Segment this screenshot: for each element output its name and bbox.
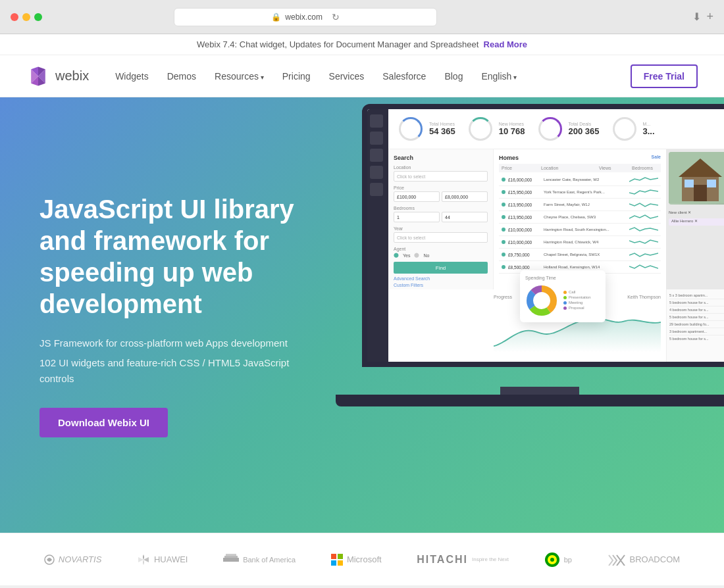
- client-name: Allie Herrero ✕: [669, 218, 724, 226]
- status-dot: [502, 215, 505, 219]
- views-sparkline: [629, 250, 658, 259]
- table-row[interactable]: £13,950,000 Cheyne Place, Chelsea, SW3: [499, 211, 661, 224]
- bedrooms-to-input[interactable]: 44: [442, 212, 488, 222]
- views-sparkline: [629, 237, 658, 247]
- advanced-search-link[interactable]: Advanced Search: [394, 276, 488, 281]
- table-row[interactable]: £10,000,000 Harrington Road, Chiswick, W…: [499, 236, 661, 249]
- views-sparkline: [629, 187, 658, 197]
- fullscreen-button[interactable]: [34, 13, 42, 21]
- agent-label: Agent: [394, 247, 488, 251]
- spending-legend: Call Presentation Meeting: [563, 290, 591, 311]
- microsoft-icon: [331, 554, 343, 566]
- logo-bofa: Bank of America: [223, 554, 296, 566]
- agent-radio-group: ⬤ Yes ⬤ No: [394, 253, 488, 258]
- sidebar-item: [370, 114, 383, 128]
- nav-demos[interactable]: Demos: [167, 71, 196, 82]
- table-row[interactable]: £15,950,000 York Terrace East, Regent's …: [499, 186, 661, 199]
- price-from-input[interactable]: £100,000: [394, 191, 440, 202]
- free-trial-button[interactable]: Free Trial: [631, 64, 698, 88]
- legend-dot-meeting: [563, 301, 567, 305]
- stat-value: 54 365: [429, 126, 455, 136]
- laptop-base: [336, 395, 724, 406]
- nav-resources[interactable]: Resources: [215, 71, 264, 82]
- svg-rect-19: [224, 556, 238, 558]
- table-row[interactable]: £13,950,000 Farm Street, Mayfair, W1J: [499, 199, 661, 211]
- stat-circle: [538, 117, 562, 141]
- house-thumbnail: [669, 152, 724, 203]
- price-cell: £15,950,000: [508, 190, 544, 195]
- laptop-screen: Total Homes 54 365 New Homes 10 768: [362, 104, 724, 367]
- minimize-button[interactable]: [22, 13, 30, 21]
- nav-salesforce[interactable]: Salesforce: [382, 71, 426, 82]
- legend-dot-presentation: [563, 296, 567, 299]
- views-sparkline: [629, 212, 658, 222]
- custom-filters-link[interactable]: Custom Filters: [394, 283, 488, 287]
- sidebar-item: [370, 132, 383, 145]
- find-button[interactable]: Find: [394, 262, 488, 274]
- spending-content: Call Presentation Meeting: [525, 284, 600, 317]
- status-dot: [502, 265, 505, 269]
- announcement-link[interactable]: Read More: [484, 39, 527, 49]
- bedrooms-from-input[interactable]: 1: [394, 212, 440, 222]
- location-input[interactable]: Click to select: [394, 171, 488, 182]
- nav-widgets[interactable]: Widgets: [115, 71, 149, 82]
- col-header-views: Views: [599, 166, 632, 170]
- year-input[interactable]: Click to select: [394, 232, 488, 243]
- announcement-text: Webix 7.4: Chat widget, Updates for Docu…: [197, 39, 478, 49]
- stat-other: M... 3...: [613, 117, 655, 141]
- logo[interactable]: webix: [26, 64, 89, 88]
- logo-novartis: NOVARTIS: [44, 554, 102, 565]
- price-cell: £8,500,000: [508, 265, 544, 270]
- bedrooms-field: Bedrooms 1 44: [394, 206, 488, 222]
- app-ui: Total Homes 54 365 New Homes 10 768: [367, 109, 724, 362]
- search-panel: Search Location Click to select Price: [388, 149, 494, 289]
- nav-blog[interactable]: Blog: [444, 71, 463, 82]
- year-field: Year Click to select: [394, 226, 488, 243]
- sidebar-item: [370, 183, 383, 196]
- progress-author: Keith Thompson: [627, 295, 661, 299]
- views-sparkline: [629, 175, 658, 184]
- views-sparkline: [629, 200, 658, 209]
- sidebar-item: [370, 149, 383, 162]
- logo-text: webix: [55, 68, 89, 84]
- stat-total-homes: Total Homes 54 365: [399, 117, 455, 141]
- downloads-icon[interactable]: ⬇: [692, 11, 701, 23]
- huawei-icon: [137, 553, 150, 566]
- table-row[interactable]: £9,750,000 Chapel Street, Belgravia, SW1…: [499, 249, 661, 261]
- app-main: Total Homes 54 365 New Homes 10 768: [388, 109, 724, 362]
- announcement-bar: Webix 7.4: Chat widget, Updates for Docu…: [0, 34, 724, 55]
- browser-chrome: 🔒 webix.com ↻ ⬇ +: [0, 0, 724, 34]
- svg-rect-23: [331, 560, 336, 566]
- agent-yes-label: Yes: [403, 253, 410, 258]
- spending-title: Spending Time: [525, 276, 600, 280]
- nav-english[interactable]: English: [481, 71, 517, 82]
- list-item: 3 bedroom apartment...: [669, 328, 724, 335]
- table-row[interactable]: £16,000,000 Lancaster Gate, Bayswater, W…: [499, 174, 661, 186]
- progress-label: Progress: [494, 295, 512, 299]
- location-cell: Holland Road, Kensington, W14: [544, 265, 629, 269]
- price-to-input[interactable]: £8,000,000: [442, 191, 488, 202]
- price-cell: £10,000,000: [508, 240, 544, 245]
- nav-pricing[interactable]: Pricing: [282, 71, 311, 82]
- stat-new-homes: New Homes 10 768: [469, 117, 525, 141]
- list-item: 5 bedroom house for s...: [669, 299, 724, 306]
- status-dot: [502, 240, 505, 244]
- table-row[interactable]: £10,000,000 Harrington Road, South Kensi…: [499, 224, 661, 236]
- status-dot: [502, 228, 505, 232]
- address-bar[interactable]: 🔒 webix.com ↻: [174, 8, 437, 26]
- location-field: Location Click to select: [394, 165, 488, 182]
- col-header-price: Price: [502, 166, 541, 170]
- sidebar-item: [370, 166, 383, 179]
- hero-content: JavaScript UI library and framework for …: [0, 154, 342, 477]
- search-title: Search: [394, 155, 488, 161]
- legend-dot-proposal: [563, 306, 567, 310]
- close-button[interactable]: [11, 13, 18, 21]
- laptop-stand: [500, 387, 579, 395]
- svg-rect-20: [226, 554, 236, 556]
- stats-row: Total Homes 54 365 New Homes 10 768: [388, 109, 724, 149]
- refresh-icon[interactable]: ↻: [332, 12, 340, 22]
- logo-bp: bp: [544, 552, 572, 568]
- download-button[interactable]: Download Webix UI: [39, 408, 168, 437]
- nav-services[interactable]: Services: [329, 71, 365, 82]
- new-tab-button[interactable]: +: [706, 10, 713, 24]
